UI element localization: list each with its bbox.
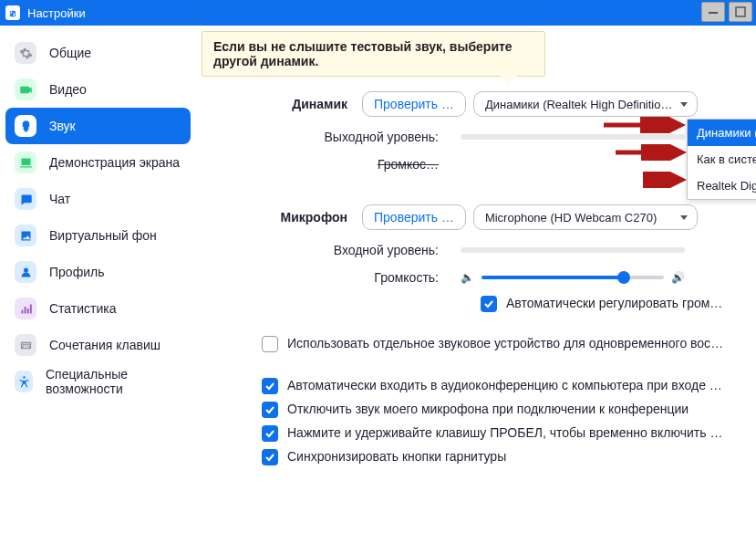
sidebar-item-label: Специальные возможности [46,367,181,396]
accessibility-icon [15,371,33,392]
content-pane: Если вы не слышите тестовый звук, выбери… [196,26,756,554]
app-icon: ⎚ [5,5,20,20]
sidebar-item-2[interactable]: Звук [5,108,191,144]
speaker-option-2[interactable]: Realtek Digital Output (Realtek High D… [688,172,756,199]
annotation-arrow-3 [643,172,687,188]
share-icon [15,152,36,173]
sync-headset-label: Синхронизировать кнопки гарнитуры [287,449,506,464]
sidebar-item-6[interactable]: Профиль [5,254,191,290]
window-title: Настройки [27,6,86,20]
auto-join-audio-checkbox[interactable] [262,378,278,394]
mic-section-label: Микрофон [202,210,347,225]
video-icon [15,78,36,100]
mic-select[interactable]: Microphone (HD Webcam C270) [473,204,698,230]
output-level-meter [461,134,685,140]
sidebar-item-label: Видео [49,82,87,97]
minimize-button[interactable] [701,2,725,22]
speaker-select[interactable]: Динамики (Realtek High Definitio… [473,91,698,117]
chat-icon [15,188,36,210]
mic-volume-label: Громкость: [202,270,439,285]
separate-device-checkbox[interactable] [262,336,278,352]
sidebar-item-label: Профиль [49,265,104,279]
speaker-volume-label-struck: Громкос… [378,157,439,172]
auto-join-audio-label: Автоматически входить в аудиоконференцию… [287,378,725,392]
annotation-arrow-1 [604,117,686,133]
audio-icon [15,115,36,137]
space-unmute-label: Нажмите и удерживайте клавишу ПРОБЕЛ, чт… [287,425,725,440]
sidebar-item-label: Звук [49,119,76,133]
volume-high-icon: 🔊 [671,271,685,284]
profile-icon [15,261,36,283]
mute-on-join-label: Отключить звук моего микрофона при подкл… [287,402,689,416]
speaker-select-value: Динамики (Realtek High Definitio… [485,98,673,111]
separate-device-label: Использовать отдельное звуковое устройст… [287,336,725,350]
speaker-option-0[interactable]: Динамики (Realtek High Definition Au… [688,120,756,146]
mute-on-join-checkbox[interactable] [262,402,278,418]
auto-adjust-label: Автоматически регулировать гром… [506,296,722,310]
input-level-label: Входной уровень: [202,243,439,257]
maximize-button[interactable] [729,2,752,22]
space-unmute-checkbox[interactable] [262,425,278,442]
test-mic-button[interactable]: Проверить … [362,204,466,230]
sidebar-item-7[interactable]: Статистика [5,290,191,327]
speaker-tooltip: Если вы не слышите тестовый звук, выбери… [202,31,545,77]
sidebar-item-label: Виртуальный фон [49,228,157,243]
gear-icon [15,42,36,64]
sync-headset-checkbox[interactable] [262,449,278,465]
sidebar-item-5[interactable]: Виртуальный фон [5,217,191,254]
mic-select-value: Microphone (HD Webcam C270) [485,211,657,225]
speaker-dropdown[interactable]: Динамики (Realtek High Definition Au… Ка… [687,119,756,200]
sidebar-item-0[interactable]: Общие [5,35,191,71]
titlebar: ⎚ Настройки [0,0,756,26]
sidebar-item-9[interactable]: Специальные возможности [5,363,191,400]
sidebar-item-label: Сочетания клавиш [49,338,161,352]
speaker-option-1[interactable]: Как в системе [688,146,756,172]
test-speaker-button[interactable]: Проверить … [362,91,466,117]
svg-rect-0 [709,12,718,14]
output-level-label: Выходной уровень: [202,130,439,144]
sidebar-item-1[interactable]: Видео [5,71,191,108]
image-icon [15,225,36,246]
stats-icon [15,298,36,319]
volume-low-icon: 🔈 [461,271,474,284]
speaker-section-label: Динамик [202,97,347,111]
svg-rect-1 [736,7,745,16]
sidebar-item-4[interactable]: Чат [5,181,191,217]
sidebar-item-8[interactable]: Сочетания клавиш [5,327,191,363]
sidebar-item-3[interactable]: Демонстрация экрана [5,144,191,181]
sidebar-item-label: Общие [49,46,91,60]
input-level-meter [461,247,685,253]
keyboard-icon [15,334,36,356]
sidebar-item-label: Статистика [49,301,117,316]
sidebar: ОбщиеВидеоЗвукДемонстрация экранаЧатВирт… [0,26,196,554]
annotation-arrow-2 [616,144,687,161]
auto-adjust-checkbox[interactable] [481,296,497,312]
mic-volume-slider[interactable] [482,276,664,279]
sidebar-item-label: Чат [49,192,70,206]
sidebar-item-label: Демонстрация экрана [49,155,180,170]
